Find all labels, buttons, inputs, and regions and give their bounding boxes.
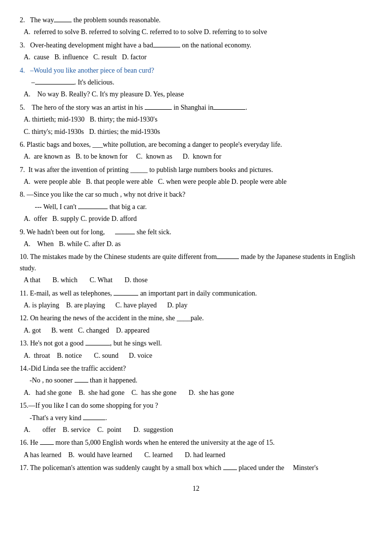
question-8: 8. —Since you like the car so much , why… xyxy=(20,189,372,224)
question-3: 3. Over-heating development might have a… xyxy=(20,40,372,63)
q2-options: A. referred to solve B. referred to solv… xyxy=(20,27,372,38)
q14-text: 14.-Did Linda see the traffic accident? xyxy=(20,363,372,374)
q14-options: A. had she gone B. she had gone C. has s… xyxy=(20,387,372,398)
q8-options: A. offer B. supply C. provide D. afford xyxy=(20,213,372,224)
q8-text: 8. —Since you like the car so much , why… xyxy=(20,189,372,200)
q6-text: 6. Plastic bags and boxes, ___white poll… xyxy=(20,139,372,150)
question-11: 11. E-mail, as well as telephones, an im… xyxy=(20,288,372,311)
q16-options: A has learned B. would have learned C. l… xyxy=(20,450,372,461)
q12-text: 12. On hearing the news of the accident … xyxy=(20,313,372,324)
q3-text: 3. Over-heating development might have a… xyxy=(20,40,372,51)
q16-text: 16. He more than 5,000 English words whe… xyxy=(20,437,372,448)
question-17: 17. The policeman's attention was sudden… xyxy=(20,463,372,473)
q3-options: A. cause B. influence C. result D. facto… xyxy=(20,52,372,63)
q5-options-1: A. thirtieth; mid-1930 B. thirty; the mi… xyxy=(20,114,372,125)
question-4: 4. –Would you like another piece of bean… xyxy=(20,65,372,100)
q7-options: A. were people able B. that people were … xyxy=(20,176,372,187)
q2-text: 2. The way the problem sounds reasonable… xyxy=(20,15,372,26)
question-13: 13. He's not got a good , but he sings w… xyxy=(20,338,372,361)
q15-subtext: -That's a very kind . xyxy=(20,413,372,424)
exam-content: 2. The way the problem sounds reasonable… xyxy=(20,15,372,495)
page-num-text: 12 xyxy=(193,485,199,492)
question-14: 14.-Did Linda see the traffic accident? … xyxy=(20,363,372,398)
q13-options: A. throat B. notice C. sound D. voice xyxy=(20,350,372,361)
q17-text: 17. The policeman's attention was sudden… xyxy=(20,463,372,473)
q4-options: A. No way B. Really? C. It's my pleasure… xyxy=(20,89,372,100)
q4-text: 4. –Would you like another piece of bean… xyxy=(20,65,372,76)
question-7: 7. It was after the invention of printin… xyxy=(20,165,372,188)
q8-subtext: --- Well, I can't that big a car. xyxy=(20,202,372,213)
q15-text: 15.—If you like I can do some shopping f… xyxy=(20,400,372,411)
q9-options: A. When B. while C. after D. as xyxy=(20,239,372,250)
q7-text: 7. It was after the invention of printin… xyxy=(20,165,372,175)
q4-subtext: –. It's delicious. xyxy=(20,77,372,88)
question-9: 9. We hadn't been out for long, she felt… xyxy=(20,227,372,250)
question-15: 15.—If you like I can do some shopping f… xyxy=(20,400,372,435)
q13-text: 13. He's not got a good , but he sings w… xyxy=(20,338,372,349)
q6-options: A. are known as B. to be known for C. kn… xyxy=(20,151,372,162)
q9-text: 9. We hadn't been out for long, she felt… xyxy=(20,227,372,238)
page-number: 12 xyxy=(20,483,372,494)
q10-text: 10. The mistakes made by the Chinese stu… xyxy=(20,252,372,274)
q11-text: 11. E-mail, as well as telephones, an im… xyxy=(20,288,372,299)
question-6: 6. Plastic bags and boxes, ___white poll… xyxy=(20,139,372,163)
question-10: 10. The mistakes made by the Chinese stu… xyxy=(20,252,372,286)
q14-subtext: -No , no sooner than it happened. xyxy=(20,375,372,386)
question-12: 12. On hearing the news of the accident … xyxy=(20,313,372,336)
q10-options: A that B. which C. What D. those xyxy=(20,275,372,286)
question-2: 2. The way the problem sounds reasonable… xyxy=(20,15,372,38)
question-5: 5. The hero of the story was an artist i… xyxy=(20,102,372,137)
q5-text: 5. The hero of the story was an artist i… xyxy=(20,102,372,113)
q15-options: A. offer B. service C. point D. suggesti… xyxy=(20,425,372,435)
q5-options-2: C. thirty's; mid-1930s D. thirties; the … xyxy=(20,127,372,137)
q11-options: A. is playing B. are playing C. have pla… xyxy=(20,300,372,311)
question-16: 16. He more than 5,000 English words whe… xyxy=(20,437,372,461)
q12-options: A. got B. went C. changed D. appeared xyxy=(20,325,372,336)
